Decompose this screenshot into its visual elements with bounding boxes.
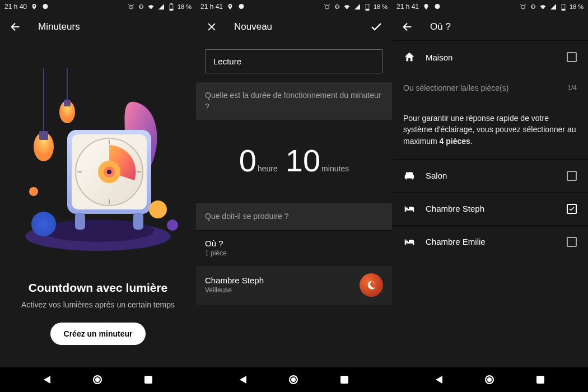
room-checkbox[interactable] [567,237,577,247]
android-nav-bar [0,367,196,392]
alarm-icon [323,3,331,11]
svg-point-30 [29,187,38,196]
nav-recent-icon[interactable] [144,376,152,384]
screen-nouveau: 21 h 41 18 % Nouveau Quelle est la durée… [196,0,392,392]
battery-pct: 18 % [374,3,388,10]
wifi-icon [147,3,155,11]
room-label: Salon [426,171,557,180]
nav-back-icon[interactable] [240,376,246,384]
app-bar: Nouveau [196,13,392,40]
room-row[interactable]: Chambre Emilie [392,225,588,258]
svg-rect-4 [170,3,172,4]
rooms-divider: Ou sélectionner la/les pièce(s) 1/4 [392,73,588,102]
subtitle: Activez vos lumières après un certain te… [11,300,185,309]
nightlight-icon [360,273,383,297]
status-bar: 21 h 40 18 % [0,0,196,13]
nav-back-icon[interactable] [44,376,50,384]
alarm-icon [127,3,135,11]
home-icon [403,51,416,63]
vibrate-icon [529,3,537,11]
svg-rect-35 [366,9,369,10]
back-icon[interactable] [9,20,22,34]
room-checkbox[interactable] [567,171,577,181]
svg-point-32 [325,5,329,9]
scene-name: Veilleuse [205,286,264,294]
duration-picker[interactable]: 0heure 10minutes [196,120,392,203]
timer-illustration [0,40,196,281]
location-icon [422,3,430,11]
room-name: Chambre Steph [205,276,264,285]
hours-value: 0 [239,143,256,178]
svg-rect-42 [562,9,565,10]
sofa-icon [403,170,416,182]
page-title: Minuteurs [38,21,80,32]
nav-recent-icon[interactable] [340,376,348,384]
where-sub: 1 pièce [205,249,227,257]
bed-icon [403,203,416,215]
back-icon[interactable] [401,20,414,34]
signal-icon [353,3,361,11]
where-row[interactable]: Où ? 1 pièce [196,230,392,265]
timer-name-input[interactable] [205,49,383,73]
svg-rect-40 [532,5,534,9]
svg-rect-33 [336,5,338,9]
signal-icon [157,3,165,11]
app-bar: Où ? [392,13,588,40]
minutes-unit: minutes [321,164,349,173]
bed-icon [403,236,416,248]
battery-pct: 18 % [178,3,192,10]
svg-rect-2 [140,5,142,9]
svg-point-23 [107,170,111,174]
svg-point-28 [149,200,167,218]
svg-point-38 [435,4,440,9]
svg-point-39 [521,5,525,9]
vibrate-icon [137,3,145,11]
status-time: 21 h 41 [396,3,419,11]
create-timer-button[interactable]: Créez un minuteur [50,323,146,345]
status-bar: 21 h 41 18 % [392,0,588,13]
screen-minuteurs: 21 h 40 18 % Minuteurs [0,0,196,392]
location-icon [30,3,38,11]
svg-rect-10 [39,131,48,140]
battery-icon [167,3,175,11]
svg-point-0 [43,4,48,9]
svg-point-36 [373,282,374,283]
battery-pct: 18 % [570,3,584,10]
messenger-icon [41,3,49,11]
nav-home-icon[interactable] [93,375,102,384]
nav-home-icon[interactable] [289,375,298,384]
page-title: Nouveau [234,21,272,32]
nav-home-icon[interactable] [485,375,494,384]
where-label: Où ? [205,239,227,248]
android-nav-bar [196,367,392,392]
room-row[interactable]: Salon [392,159,588,192]
home-checkbox[interactable] [567,52,577,62]
alarm-icon [519,3,527,11]
wifi-icon [343,3,351,11]
svg-rect-25 [133,213,143,230]
action-question: Que doit-il se produire ? [196,203,392,230]
home-row[interactable]: Maison [392,40,588,73]
rooms-count: 1/4 [567,84,577,92]
svg-point-31 [239,4,244,9]
status-bar: 21 h 41 18 % [196,0,392,13]
page-title: Où ? [430,21,451,32]
status-time: 21 h 41 [200,3,223,11]
room-row[interactable]: Chambre Steph [392,192,588,225]
confirm-icon[interactable] [370,20,383,34]
svg-rect-24 [75,213,85,230]
hours-unit: heure [258,164,278,173]
close-icon[interactable] [205,20,218,34]
headline: Countdown avec lumière [11,281,185,295]
nav-back-icon[interactable] [436,376,442,384]
room-checkbox[interactable] [567,204,577,214]
location-icon [226,3,234,11]
messenger-icon [433,3,441,11]
messenger-icon [237,3,245,11]
room-label: Chambre Emilie [426,237,557,246]
nav-recent-icon[interactable] [536,376,544,384]
svg-point-37 [374,283,375,284]
scene-row[interactable]: Chambre Steph Veilleuse [196,265,392,305]
home-label: Maison [426,53,557,62]
minutes-value: 10 [286,143,320,178]
